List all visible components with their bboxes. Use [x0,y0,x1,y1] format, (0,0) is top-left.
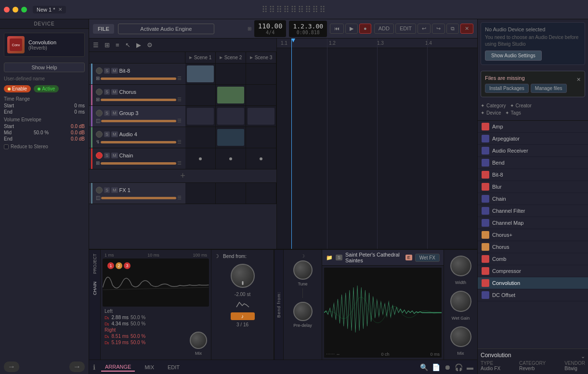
show-audio-settings-button[interactable]: Show Audio Settings [485,51,542,61]
chain-tab[interactable]: CHAIN [91,280,98,297]
grid-icon[interactable]: ⊞ [248,26,251,31]
folder-icon[interactable]: 📁 [326,255,333,261]
show-help-button[interactable]: Show Help [4,63,85,72]
reduce-stereo-checkbox[interactable] [4,144,9,149]
device-item-convolution[interactable]: Convolution [478,277,588,289]
device-item-channel-map[interactable]: Channel Map [478,217,588,229]
filter-creator[interactable]: ✦ Creator [510,103,532,108]
track-fx1-scene2[interactable] [216,183,246,204]
edit-tab[interactable]: EDIT [164,363,183,371]
time-button[interactable]: ♪ [231,312,255,320]
track-group3-fader[interactable] [101,120,176,122]
track-bit8-scene2[interactable] [216,64,246,84]
track-chain-scene3[interactable] [246,148,276,169]
track-chorus-scene3[interactable] [246,85,276,105]
track-chain-scene1[interactable] [185,148,216,169]
arrange-grid[interactable] [277,48,477,249]
track-audio4-scene2[interactable] [216,127,246,148]
play-button[interactable]: ▶ [345,24,358,34]
track-group3-solo[interactable]: S [104,110,110,116]
bend-knob[interactable] [231,264,255,288]
device-item-comb[interactable]: Comb [478,253,588,265]
files-missing-close[interactable]: ✕ [576,77,581,83]
device-item-chain[interactable]: Chain [478,193,588,205]
add-button[interactable]: ADD [374,24,394,34]
maximize-button[interactable] [21,7,27,13]
track-chorus-menu-icon[interactable]: ☰ [177,97,182,102]
minimize-button[interactable] [13,7,18,13]
tab-close-icon[interactable]: ✕ [58,7,62,12]
device-item-dc-offset[interactable]: DC Offset [478,289,588,301]
mix-knob2[interactable] [450,326,471,347]
filter-device[interactable]: ✦ Device [481,110,501,116]
eq-icon[interactable]: ▬ [467,363,473,371]
track-chain-solo[interactable]: S [104,153,110,158]
device-item-channel-filter[interactable]: Channel Filter [478,205,588,217]
input-button[interactable]: → [4,361,19,372]
device-item-compressor[interactable]: Compressor [478,265,588,277]
device-item-bend[interactable]: Bend [478,157,588,169]
track-fx1-fader[interactable] [101,197,176,199]
filter-icon[interactable]: ≡ [114,40,121,50]
search-icon[interactable]: 🔍 [420,363,428,371]
track-group3-scene2[interactable] [216,106,246,127]
track-bit8-scene3[interactable] [246,64,276,84]
width-knob[interactable] [450,256,471,276]
scene-2-label[interactable]: ▶ Scene 2 [216,52,246,63]
mix-knob[interactable] [190,332,207,349]
enable-button[interactable]: Enable [4,85,31,92]
edit-button[interactable]: EDIT [395,24,416,34]
track-group3-scene1[interactable] [185,106,216,127]
device-item-amp[interactable]: Amp [478,121,588,133]
list-view-icon[interactable]: ☰ [91,40,101,50]
manage-files-button[interactable]: Manage files [531,84,567,93]
track-audio4-scene1[interactable] [185,127,216,148]
track-audio4-solo[interactable]: S [104,131,110,137]
device-item-arpeggiator[interactable]: Arpeggiator [478,133,588,145]
track-fx1-scene1[interactable] [185,183,216,204]
sample-waveform[interactable]: ⋯⋯ ↔ 0 ch 0 ms [324,268,442,358]
device-item-chorus[interactable]: Chorus [478,241,588,253]
track-fx1-solo[interactable]: S [104,187,110,193]
expand-icon[interactable]: ⌄ [581,353,585,360]
wet-gain-knob[interactable] [450,291,471,311]
file-icon[interactable]: 📄 [432,363,440,371]
grid-view-icon[interactable]: ⊞ [103,40,112,50]
arrange-tab[interactable]: ARRANGE [101,363,135,372]
track-audio4-scene3[interactable] [246,127,276,148]
track-fx1-menu-icon[interactable]: ☰ [177,195,182,200]
copy-button[interactable]: ⧉ [446,24,459,34]
redo-button[interactable]: ↪ [432,24,445,34]
device-item-chorusplus[interactable]: Chorus+ [478,229,588,241]
track-bit8-mute-circle[interactable] [96,67,103,74]
filter-tags[interactable]: ✦ Tags [505,110,521,116]
track-group3-mute[interactable]: M [111,110,118,116]
track-group3-mute-circle[interactable] [96,110,103,116]
track-chorus-scene1[interactable] [185,85,216,105]
track-audio4-menu-icon[interactable]: ☰ [177,139,182,144]
track-bit8-menu-icon[interactable]: ☰ [177,76,182,81]
close-button[interactable] [4,7,10,13]
headphones-icon[interactable]: 🎧 [455,363,463,371]
track-fx1-scene3[interactable] [246,183,276,204]
track-fx1-mute[interactable]: M [111,187,118,193]
track-fx1-mute-circle[interactable] [96,187,103,193]
device-item-audio-receiver[interactable]: Audio Receiver [478,145,588,157]
project-tab[interactable]: PROJECT [91,252,98,276]
active-button[interactable]: Active [34,85,59,92]
record-button[interactable]: ● [359,24,371,34]
record-icon[interactable]: ⏺ [444,363,451,371]
track-chain-mute[interactable]: M [111,153,118,158]
track-group3-scene3[interactable] [246,106,276,127]
track-chorus-scene2[interactable] [216,85,246,105]
document-tab[interactable]: New 1 * ✕ [33,6,66,13]
scene-1-label[interactable]: ▶ Scene 1 [185,52,216,63]
track-group3-menu-icon[interactable]: ☰ [177,118,182,123]
activate-audio-button[interactable]: Activate Audio Engine [118,24,214,34]
cursor-icon[interactable]: ↖ [123,40,132,50]
install-packages-button[interactable]: Install Packages [485,84,529,93]
track-chorus-mute[interactable]: M [111,89,118,95]
file-button[interactable]: FILE [93,24,114,34]
track-chain-menu-icon[interactable]: ☰ [177,160,182,166]
mix-tab[interactable]: MIX [141,363,158,371]
